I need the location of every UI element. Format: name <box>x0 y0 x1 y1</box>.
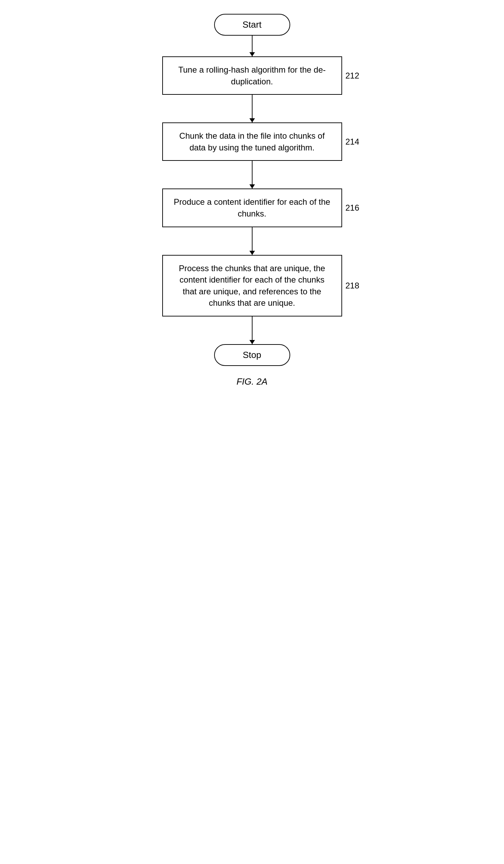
node-212-text: Tune a rolling-hash algorithm for the de… <box>178 65 326 86</box>
start-label: Start <box>242 19 262 30</box>
ref-212: 212 <box>345 71 359 81</box>
arrow-5 <box>252 316 253 344</box>
stop-node: Stop <box>214 344 290 366</box>
arrow-1 <box>252 36 253 56</box>
arrow-2 <box>252 95 253 122</box>
node-214-wrapper: Chunk the data in the file into chunks o… <box>145 122 359 161</box>
node-218-wrapper: Process the chunks that are unique, the … <box>145 255 359 316</box>
node-216-text: Produce a content identifier for each of… <box>174 197 330 218</box>
ref-218: 218 <box>345 281 359 291</box>
node-216: Produce a content identifier for each of… <box>162 189 342 227</box>
stop-label: Stop <box>243 350 262 360</box>
node-214-text: Chunk the data in the file into chunks o… <box>179 131 324 152</box>
arrow-4 <box>252 227 253 255</box>
node-218-text: Process the chunks that are unique, the … <box>179 264 325 308</box>
ref-214: 214 <box>345 137 359 147</box>
arrow-3 <box>252 161 253 189</box>
start-node: Start <box>214 14 290 36</box>
flowchart-diagram: Start Tune a rolling-hash algorithm for … <box>131 14 373 387</box>
node-218: Process the chunks that are unique, the … <box>162 255 342 316</box>
node-216-wrapper: Produce a content identifier for each of… <box>145 189 359 227</box>
node-212: Tune a rolling-hash algorithm for the de… <box>162 56 342 95</box>
node-214: Chunk the data in the file into chunks o… <box>162 122 342 161</box>
node-212-wrapper: Tune a rolling-hash algorithm for the de… <box>145 56 359 95</box>
ref-216: 216 <box>345 203 359 213</box>
figure-caption: FIG. 2A <box>237 376 268 387</box>
